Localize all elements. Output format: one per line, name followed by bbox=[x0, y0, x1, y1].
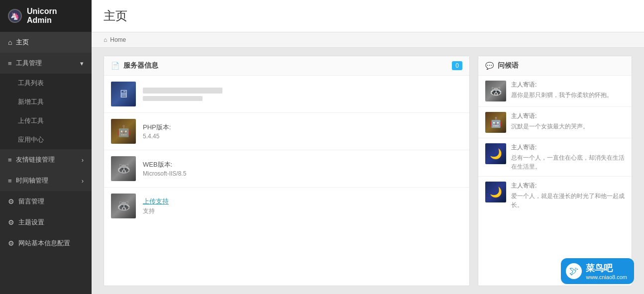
sidebar-item-add-tool-label: 新增工具 bbox=[18, 98, 44, 105]
sidebar-navigation: ⌂ 主页 ≡ 工具管理 ▾ 工具列表 新增工具 上传工具 bbox=[0, 32, 92, 294]
content-area: 📄 服务器信息 0 🖥 🤖 bbox=[92, 48, 644, 294]
main-area: 主页 ⌂ Home 📄 服务器信息 0 🖥 bbox=[92, 0, 644, 294]
guestbook-icon: ⚙ bbox=[8, 197, 14, 205]
server-row-2: 🦝 WEB版本: Microsoft-IIS/8.5 bbox=[104, 150, 469, 188]
home-icon: ⌂ bbox=[8, 38, 12, 46]
comment-avatar-face-1: 🤖 bbox=[485, 112, 506, 133]
chevron-right-icon2: › bbox=[82, 177, 84, 185]
comment-panel-header: 💬 问候语 bbox=[478, 56, 632, 76]
bird-emoji: 🕊 bbox=[569, 266, 578, 277]
sidebar-item-theme[interactable]: ⚙ 主题设置 bbox=[0, 212, 92, 233]
server-row-2-value: Microsoft-IIS/8.5 bbox=[143, 170, 186, 177]
sidebar-item-friends[interactable]: ≡ 友情链接管理 › bbox=[0, 149, 92, 170]
sidebar-item-siteinfo-label: 网站基本信息配置 bbox=[18, 239, 70, 248]
page-header: 主页 bbox=[92, 0, 644, 32]
comment-author-2: 主人寄语: bbox=[511, 143, 625, 152]
server-row-0-label bbox=[143, 88, 222, 94]
comment-avatar-face-0: 🦝 bbox=[485, 81, 506, 101]
server-row-1-label: PHP版本: bbox=[143, 123, 171, 132]
comment-row-1: 🤖 主人寄语: 沉默是一个女孩最大的哭声。 bbox=[478, 107, 632, 138]
server-avatar-face-1: 🤖 bbox=[111, 119, 136, 144]
sidebar-item-siteinfo[interactable]: ⚙ 网站基本信息配置 bbox=[0, 233, 92, 254]
sidebar-group-tools-left: ≡ 工具管理 bbox=[8, 59, 42, 68]
server-avatar-face-0: 🖥 bbox=[111, 82, 136, 106]
comment-text-2: 总有一个人，一直住在心底，却消失在生活在生活里。 bbox=[511, 153, 625, 171]
comment-text-3: 爱一个人，就是在漫长的时光了和他一起成长。 bbox=[511, 192, 625, 209]
page-title: 主页 bbox=[104, 8, 632, 24]
sidebar-item-theme-label: 主题设置 bbox=[18, 218, 44, 227]
sidebar-item-app-center-label: 应用中心 bbox=[18, 136, 44, 143]
sidebar-item-guestbook-label: 留言管理 bbox=[18, 197, 44, 206]
sidebar-item-timeline[interactable]: ≡ 时间轴管理 › bbox=[0, 170, 92, 191]
app-logo-icon: 🦄 bbox=[8, 9, 22, 23]
sidebar: 🦄 Unicorn Admin ⌂ 主页 ≡ 工具管理 ▾ 工具列表 新 bbox=[0, 0, 92, 294]
comment-body-0: 主人寄语: 愿你是那只刺猬，我予你柔软的怀抱。 bbox=[511, 81, 613, 99]
server-info-0 bbox=[143, 88, 222, 101]
sidebar-item-upload-tool[interactable]: 上传工具 bbox=[0, 111, 92, 130]
siteinfo-icon: ⚙ bbox=[8, 239, 14, 247]
breadcrumb: ⌂ Home bbox=[92, 32, 644, 48]
server-panel-title: 📄 服务器信息 bbox=[111, 61, 158, 70]
comment-avatar-face-3: 🌙 bbox=[485, 182, 506, 202]
server-panel-title-icon: 📄 bbox=[111, 62, 119, 70]
sidebar-item-home-label: 主页 bbox=[16, 38, 29, 47]
sidebar-logo: 🦄 Unicorn Admin bbox=[0, 0, 92, 32]
watermark: 🕊 菜鸟吧 www.cniao8.com bbox=[561, 258, 634, 284]
comment-panel: 💬 问候语 🦝 主人寄语: 愿你是那只刺猬，我予你柔软的怀抱。 🤖 bbox=[478, 56, 632, 286]
server-panel-badge: 0 bbox=[452, 61, 462, 70]
server-row-3: 🦝 上传支持 支持 bbox=[104, 188, 469, 224]
server-info-panel: 📄 服务器信息 0 🖥 🤖 bbox=[104, 56, 470, 286]
server-info-3: 上传支持 支持 bbox=[143, 197, 169, 215]
app-title: Unicorn Admin bbox=[27, 7, 84, 25]
server-row-2-label: WEB版本: bbox=[143, 160, 186, 169]
sidebar-item-home[interactable]: ⌂ 主页 bbox=[0, 32, 92, 53]
comment-avatar-1: 🤖 bbox=[485, 112, 506, 133]
comment-avatar-0: 🦝 bbox=[485, 81, 506, 101]
sidebar-group-tools-label: 工具管理 bbox=[16, 59, 42, 68]
tools-icon: ≡ bbox=[8, 60, 12, 67]
breadcrumb-home-icon: ⌂ bbox=[104, 36, 107, 43]
watermark-main-text: 菜鸟吧 bbox=[586, 262, 627, 274]
sidebar-group-tools: ≡ 工具管理 ▾ 工具列表 新增工具 上传工具 应用中心 bbox=[0, 53, 92, 149]
chevron-right-icon: › bbox=[82, 156, 84, 164]
chevron-down-icon: ▾ bbox=[80, 60, 84, 67]
comment-body-3: 主人寄语: 爱一个人，就是在漫长的时光了和他一起成长。 bbox=[511, 182, 625, 209]
comment-panel-title: 💬 问候语 bbox=[485, 61, 519, 70]
server-avatar-0: 🖥 bbox=[111, 82, 136, 106]
comment-author-1: 主人寄语: bbox=[511, 112, 589, 120]
server-row-0: 🖥 bbox=[104, 76, 469, 113]
server-row-3-label[interactable]: 上传支持 bbox=[143, 197, 169, 206]
sidebar-item-app-center[interactable]: 应用中心 bbox=[0, 130, 92, 149]
server-avatar-1: 🤖 bbox=[111, 119, 136, 144]
server-avatar-2: 🦝 bbox=[111, 156, 136, 181]
friends-icon: ≡ bbox=[8, 156, 12, 164]
sidebar-item-tool-list-label: 工具列表 bbox=[18, 79, 44, 87]
server-avatar-face-2: 🦝 bbox=[111, 156, 136, 181]
server-row-1: 🤖 PHP版本: 5.4.45 bbox=[104, 113, 469, 150]
sidebar-item-timeline-left: ≡ 时间轴管理 bbox=[8, 176, 48, 185]
sidebar-item-tool-list[interactable]: 工具列表 bbox=[0, 74, 92, 93]
server-row-3-value: 支持 bbox=[143, 207, 169, 215]
breadcrumb-label: Home bbox=[110, 36, 126, 43]
comment-avatar-face-2: 🌙 bbox=[485, 143, 506, 164]
server-info-2: WEB版本: Microsoft-IIS/8.5 bbox=[143, 160, 186, 177]
comment-row-0: 🦝 主人寄语: 愿你是那只刺猬，我予你柔软的怀抱。 bbox=[478, 76, 632, 107]
comment-panel-title-text: 问候语 bbox=[498, 61, 519, 70]
sidebar-item-guestbook[interactable]: ⚙ 留言管理 bbox=[0, 191, 92, 212]
sidebar-item-add-tool[interactable]: 新增工具 bbox=[0, 93, 92, 111]
comment-icon: 💬 bbox=[485, 62, 494, 70]
comment-body-1: 主人寄语: 沉默是一个女孩最大的哭声。 bbox=[511, 112, 589, 131]
sidebar-group-tools-header[interactable]: ≡ 工具管理 ▾ bbox=[0, 53, 92, 74]
sidebar-item-friends-left: ≡ 友情链接管理 bbox=[8, 155, 55, 164]
comment-row-3: 🌙 主人寄语: 爱一个人，就是在漫长的时光了和他一起成长。 bbox=[478, 177, 632, 214]
comment-body-2: 主人寄语: 总有一个人，一直住在心底，却消失在生活在生活里。 bbox=[511, 143, 625, 171]
server-avatar-face-3: 🦝 bbox=[111, 194, 136, 218]
sidebar-sub-items-tools: 工具列表 新增工具 上传工具 应用中心 bbox=[0, 74, 92, 149]
server-panel-header: 📄 服务器信息 0 bbox=[104, 56, 469, 76]
server-row-1-value: 5.4.45 bbox=[143, 133, 171, 140]
comment-avatar-3: 🌙 bbox=[485, 182, 506, 202]
comment-text-1: 沉默是一个女孩最大的哭声。 bbox=[511, 122, 589, 131]
timeline-icon: ≡ bbox=[8, 177, 12, 185]
sidebar-item-timeline-label: 时间轴管理 bbox=[16, 176, 48, 185]
watermark-text: 菜鸟吧 www.cniao8.com bbox=[586, 262, 627, 280]
